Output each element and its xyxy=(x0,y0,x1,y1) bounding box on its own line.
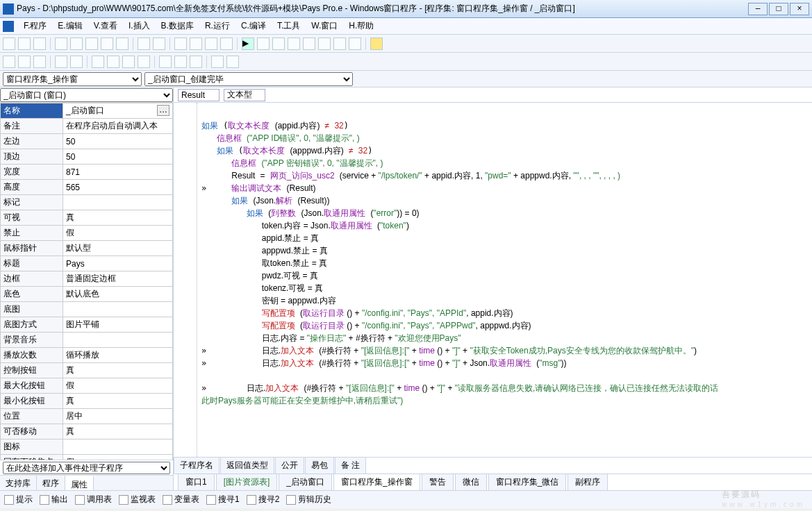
tool-save-icon[interactable] xyxy=(33,37,46,50)
property-grid[interactable]: 名称_启动窗口…备注在程序启动后自动调入本左边50顶边50宽度871高度565标… xyxy=(0,103,173,460)
prop-label[interactable]: 标题 xyxy=(1,256,63,271)
align12-icon[interactable] xyxy=(190,56,202,68)
object-selector[interactable]: _启动窗口 (窗口) xyxy=(0,88,173,102)
status-search1[interactable]: 搜寻1 xyxy=(206,494,240,505)
tool-layout2-icon[interactable] xyxy=(190,37,202,50)
subtab-3[interactable]: 易包 xyxy=(305,457,334,474)
subtab-4[interactable]: 备 注 xyxy=(335,457,366,474)
tab-program[interactable]: 程序 xyxy=(37,476,65,490)
prop-label[interactable]: 标记 xyxy=(1,195,63,210)
tool-cut-icon[interactable] xyxy=(55,37,67,50)
menu-insert[interactable]: I.插入 xyxy=(123,20,156,32)
tool-help-icon[interactable] xyxy=(370,37,383,50)
menu-help[interactable]: H.帮助 xyxy=(343,20,379,32)
prop-label[interactable]: 名称 xyxy=(1,103,63,119)
status-search2[interactable]: 搜寻2 xyxy=(247,494,280,505)
prop-label[interactable]: 底色 xyxy=(1,287,63,302)
menu-window[interactable]: W.窗口 xyxy=(306,20,343,32)
menu-tools[interactable]: T.工具 xyxy=(272,20,306,32)
ellipsis-button[interactable]: … xyxy=(157,105,169,116)
tab-attr[interactable]: 属性 xyxy=(65,476,94,490)
subtab-0[interactable]: 子程序名 xyxy=(174,457,219,474)
prop-label[interactable]: 禁止 xyxy=(1,226,63,241)
result-type-input[interactable] xyxy=(224,89,265,101)
prop-value[interactable]: Pays xyxy=(63,256,173,271)
prop-value[interactable]: 普通固定边框 xyxy=(63,271,173,287)
prop-value[interactable]: 565 xyxy=(63,180,173,195)
status-cliphist[interactable]: 剪辑历史 xyxy=(286,494,331,505)
prop-value[interactable]: 50 xyxy=(63,134,173,149)
align4-icon[interactable] xyxy=(55,56,67,68)
status-vars[interactable]: 变量表 xyxy=(163,494,199,505)
tab-support[interactable]: 支持库 xyxy=(0,476,37,490)
tool-form-icon[interactable] xyxy=(138,37,150,50)
prop-value[interactable]: 真 xyxy=(63,210,173,226)
prop-label[interactable]: 鼠标指针 xyxy=(1,241,63,256)
prop-value[interactable] xyxy=(63,439,173,455)
subtab-2[interactable]: 公开 xyxy=(275,457,304,474)
align14-icon[interactable] xyxy=(226,56,239,68)
status-output[interactable]: 输出 xyxy=(40,494,68,505)
prop-value[interactable]: 默认底色 xyxy=(63,287,173,302)
menu-edit[interactable]: E.编辑 xyxy=(52,20,88,32)
file-tab[interactable]: 警告 xyxy=(422,474,454,490)
prop-label[interactable]: 左边 xyxy=(1,134,63,149)
align5-icon[interactable] xyxy=(70,56,83,68)
close-button[interactable]: × xyxy=(790,3,809,15)
align8-icon[interactable] xyxy=(122,56,135,68)
tool-stop-icon[interactable] xyxy=(257,37,270,50)
align13-icon[interactable] xyxy=(211,56,224,68)
prop-value[interactable] xyxy=(63,333,173,348)
minimize-button[interactable]: – xyxy=(748,3,768,15)
prop-label[interactable]: 图标 xyxy=(1,439,63,455)
method-selector[interactable]: _启动窗口_创建完毕 xyxy=(144,72,353,86)
tool-new-icon[interactable] xyxy=(3,37,15,50)
prop-value[interactable]: 居中 xyxy=(63,409,173,424)
tool-debug4-icon[interactable] xyxy=(318,37,331,50)
tool-undo-icon[interactable] xyxy=(101,37,113,50)
file-tab[interactable]: 窗口程序集_操作窗 xyxy=(333,474,420,490)
align10-icon[interactable] xyxy=(159,56,172,68)
event-selector[interactable]: 在此处选择加入事件处理子程序 xyxy=(3,462,170,474)
code-editor[interactable]: 如果 (取文本长度 (appid.内容) ≠ 32) 信息框 ("APP ID错… xyxy=(174,103,812,457)
prop-value[interactable]: 假 xyxy=(63,378,173,394)
prop-value[interactable]: 真 xyxy=(63,424,173,439)
menu-run[interactable]: R.运行 xyxy=(199,20,235,32)
tool-layout1-icon[interactable] xyxy=(174,37,187,50)
prop-label[interactable]: 备注 xyxy=(1,119,63,134)
prop-value[interactable]: 默认型 xyxy=(63,241,173,256)
tool-debug3-icon[interactable] xyxy=(303,37,315,50)
status-hint[interactable]: 提示 xyxy=(4,494,33,505)
menu-database[interactable]: B.数据库 xyxy=(156,20,199,32)
prop-label[interactable]: 底图方式 xyxy=(1,317,63,333)
prop-label[interactable]: 控制按钮 xyxy=(1,363,63,378)
align7-icon[interactable] xyxy=(107,56,119,68)
align2-icon[interactable] xyxy=(18,56,31,68)
prop-value[interactable] xyxy=(63,195,173,210)
tool-code-icon[interactable] xyxy=(153,37,165,50)
tool-debug6-icon[interactable] xyxy=(349,37,361,50)
prop-label[interactable]: 可视 xyxy=(1,210,63,226)
prop-label[interactable]: 回车下移焦点 xyxy=(1,455,63,460)
file-tab[interactable]: 微信 xyxy=(455,474,487,490)
file-tab[interactable]: _启动窗口 xyxy=(279,474,332,490)
tool-redo-icon[interactable] xyxy=(116,37,129,50)
prop-value[interactable]: 在程序启动后自动调入本 xyxy=(63,119,173,134)
prop-value[interactable]: _启动窗口… xyxy=(63,103,173,119)
tool-copy-icon[interactable] xyxy=(70,37,83,50)
menu-program[interactable]: F.程序 xyxy=(18,20,52,32)
tool-layout3-icon[interactable] xyxy=(205,37,217,50)
prop-label[interactable]: 背景音乐 xyxy=(1,333,63,348)
tool-paste-icon[interactable] xyxy=(85,37,98,50)
prop-value[interactable]: 871 xyxy=(63,165,173,180)
status-watch[interactable]: 监视表 xyxy=(119,494,156,505)
class-selector[interactable]: 窗口程序集_操作窗 xyxy=(3,72,142,86)
align3-icon[interactable] xyxy=(33,56,46,68)
file-tab[interactable]: 窗口1 xyxy=(178,474,215,490)
file-tab[interactable]: [图片资源表] xyxy=(216,474,278,490)
menu-compile[interactable]: C.编译 xyxy=(235,20,272,32)
align11-icon[interactable] xyxy=(174,56,187,68)
tool-open-icon[interactable] xyxy=(18,37,31,50)
prop-label[interactable]: 顶边 xyxy=(1,149,63,165)
prop-value[interactable] xyxy=(63,302,173,317)
